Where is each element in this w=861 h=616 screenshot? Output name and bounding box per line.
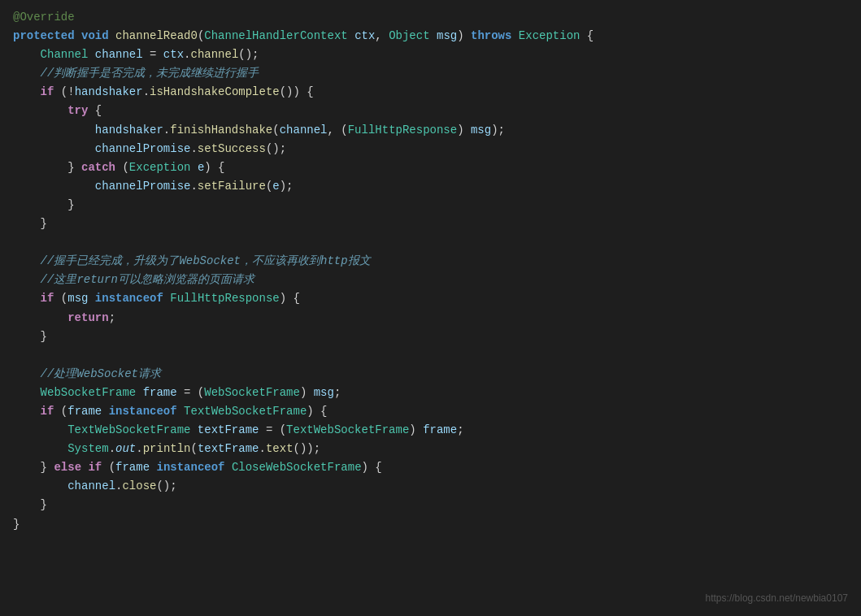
code-line-3: Channel channel = ctx.channel(); bbox=[13, 46, 848, 64]
code-line-27: } bbox=[13, 496, 848, 514]
code-line-11: } bbox=[13, 196, 848, 215]
code-line-19 bbox=[13, 346, 848, 365]
code-line-23: TextWebSocketFrame textFrame = (TextWebS… bbox=[13, 421, 848, 440]
code-line-6: try { bbox=[13, 102, 848, 120]
code-line-14: //握手已经完成，升级为了WebSocket，不应该再收到http报文 bbox=[13, 252, 848, 271]
code-line-1: @Override bbox=[13, 8, 848, 27]
code-line-22: if (frame instanceof TextWebSocketFrame)… bbox=[13, 402, 848, 421]
code-line-25: } else if (frame instanceof CloseWebSock… bbox=[13, 458, 848, 477]
code-line-21: WebSocketFrame frame = (WebSocketFrame) … bbox=[13, 384, 848, 402]
code-line-15: //这里return可以忽略浏览器的页面请求 bbox=[13, 271, 848, 289]
code-container: @Override protected void channelRead0(Ch… bbox=[0, 0, 861, 616]
code-line-10: channelPromise.setFailure(e); bbox=[13, 177, 848, 196]
code-line-18: } bbox=[13, 328, 848, 346]
code-line-5: if (!handshaker.isHandshakeComplete()) { bbox=[13, 83, 848, 102]
code-line-12: } bbox=[13, 215, 848, 233]
code-line-16: if (msg instanceof FullHttpResponse) { bbox=[13, 289, 848, 308]
code-line-20: //处理WebSocket请求 bbox=[13, 365, 848, 384]
code-line-9: } catch (Exception e) { bbox=[13, 158, 848, 177]
code-line-4: //判断握手是否完成，未完成继续进行握手 bbox=[13, 64, 848, 83]
code-line-13 bbox=[13, 233, 848, 252]
code-line-8: channelPromise.setSuccess(); bbox=[13, 140, 848, 158]
code-line-28: } bbox=[13, 515, 848, 534]
code-line-26: channel.close(); bbox=[13, 477, 848, 496]
code-line-7: handshaker.finishHandshake(channel, (Ful… bbox=[13, 121, 848, 140]
watermark: https://blog.csdn.net/newbia0107 bbox=[706, 591, 848, 606]
code-line-2: protected void channelRead0(ChannelHandl… bbox=[13, 27, 848, 46]
code-line-24: System.out.println(textFrame.text()); bbox=[13, 440, 848, 458]
code-line-17: return; bbox=[13, 309, 848, 328]
